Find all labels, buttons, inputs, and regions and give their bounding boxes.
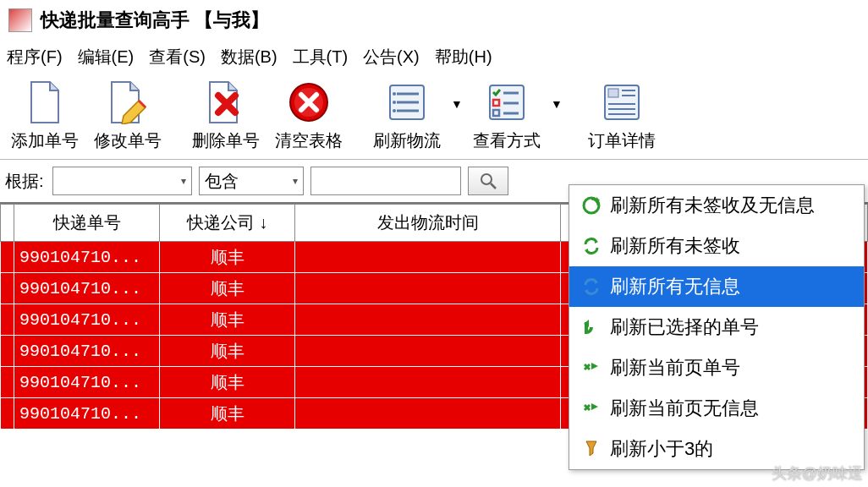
dropdown-item[interactable]: 刷新当前页单号 [569, 347, 864, 388]
watermark: 头条@奶味逗 [772, 463, 863, 484]
refresh-variant-icon [581, 398, 610, 419]
clear-button[interactable]: 清空表格 [267, 79, 350, 152]
cell-gutter [1, 367, 14, 398]
refresh-variant-icon [581, 317, 610, 337]
delete-button[interactable]: 删除单号 [184, 79, 267, 152]
menu-edit[interactable]: 编辑(E) [78, 46, 135, 68]
cell-company: 顺丰 [160, 273, 295, 304]
cell-tracking-no: 990104710... [14, 242, 160, 273]
edit-label: 修改单号 [94, 129, 162, 152]
cell-tracking-no: 990104710... [14, 336, 160, 367]
dropdown-item-label: 刷新所有无信息 [610, 274, 740, 299]
dropdown-item[interactable]: 刷新当前页无信息 [569, 388, 864, 429]
checklist-icon [483, 79, 530, 126]
svg-point-6 [393, 92, 396, 96]
menu-data[interactable]: 数据(B) [221, 46, 277, 68]
svg-rect-16 [608, 89, 618, 97]
cell-company: 顺丰 [160, 242, 295, 273]
col-ship-time[interactable]: 发出物流时间 [295, 205, 561, 242]
dropdown-item-label: 刷新所有未签收及无信息 [610, 193, 815, 218]
cell-ship-time [295, 242, 561, 273]
refresh-variant-icon [581, 195, 610, 216]
refresh-variant-icon [581, 439, 610, 459]
cell-ship-time [295, 304, 561, 336]
cell-tracking-no: 990104710... [14, 398, 160, 430]
menu-bar: 程序(F) 编辑(E) 查看(S) 数据(B) 工具(T) 公告(X) 帮助(H… [0, 41, 868, 74]
cell-tracking-no: 990104710... [14, 273, 160, 304]
svg-line-23 [491, 183, 496, 189]
dropdown-item[interactable]: 刷新所有无信息 [569, 266, 864, 307]
cell-ship-time [295, 336, 561, 367]
file-pencil-icon [104, 79, 151, 126]
cell-gutter [1, 398, 14, 430]
svg-point-8 [393, 109, 396, 112]
cell-gutter [1, 304, 14, 336]
dropdown-item[interactable]: 刷新所有未签收及无信息 [569, 185, 864, 226]
detail-button[interactable]: 订单详情 [580, 79, 663, 152]
menu-view[interactable]: 查看(S) [149, 46, 206, 68]
edit-button[interactable]: 修改单号 [86, 79, 169, 152]
filter-field-combo[interactable]: ▾ [52, 167, 192, 195]
cell-gutter [1, 336, 14, 367]
dropdown-item[interactable]: 刷新所有未签收 [569, 226, 864, 266]
detail-icon [598, 79, 646, 126]
detail-label: 订单详情 [588, 129, 656, 152]
cell-company: 顺丰 [160, 336, 295, 367]
file-icon [21, 79, 69, 126]
cell-ship-time [295, 398, 561, 430]
app-icon [8, 8, 32, 32]
dropdown-item-label: 刷新小于3的 [610, 436, 713, 462]
dropdown-item-label: 刷新所有未签收 [610, 233, 740, 259]
menu-tools[interactable]: 工具(T) [293, 46, 349, 68]
error-circle-icon [285, 79, 332, 126]
refresh-label: 刷新物流 [373, 129, 441, 152]
menu-notice[interactable]: 公告(X) [363, 46, 420, 68]
col-tracking-no[interactable]: 快递单号 [14, 205, 160, 242]
cell-tracking-no: 990104710... [14, 304, 160, 336]
col-gutter[interactable] [1, 205, 14, 242]
menu-program[interactable]: 程序(F) [7, 46, 63, 68]
title-bar: 快递批量查询高手 【与我】 [0, 0, 868, 41]
chevron-down-icon: ▾ [181, 175, 186, 187]
refresh-variant-icon [581, 236, 610, 256]
cell-ship-time [295, 367, 561, 398]
list-icon [383, 79, 431, 126]
refresh-dropdown-menu: 刷新所有未签收及无信息刷新所有未签收刷新所有无信息刷新已选择的单号刷新当前页单号… [569, 184, 865, 470]
viewmode-label: 查看方式 [473, 129, 541, 152]
cell-gutter [1, 242, 14, 273]
refresh-dropdown-arrow[interactable]: ▼ [448, 79, 465, 111]
refresh-variant-icon [581, 358, 610, 378]
file-x-icon [202, 79, 250, 126]
add-button[interactable]: 添加单号 [3, 79, 86, 152]
cell-ship-time [295, 273, 561, 304]
cell-tracking-no: 990104710... [14, 367, 160, 398]
menu-help[interactable]: 帮助(H) [435, 46, 492, 68]
viewmode-dropdown-arrow[interactable]: ▼ [548, 79, 565, 111]
delete-label: 删除单号 [192, 129, 260, 152]
window-title: 快递批量查询高手 【与我】 [41, 8, 269, 33]
cell-company: 顺丰 [160, 367, 295, 398]
toolbar: 添加单号 修改单号 删除单号 清空表格 刷新物流 ▼ 查看方式 ▼ [0, 74, 868, 160]
svg-point-22 [481, 174, 492, 184]
dropdown-item-label: 刷新已选择的单号 [610, 315, 759, 340]
refresh-button[interactable]: 刷新物流 [365, 79, 448, 152]
cell-gutter [1, 273, 14, 304]
svg-point-7 [393, 101, 396, 104]
cell-company: 顺丰 [160, 304, 295, 336]
cell-company: 顺丰 [160, 398, 295, 430]
dropdown-item-label: 刷新当前页单号 [610, 355, 740, 380]
col-company[interactable]: 快递公司 ↓ [160, 205, 295, 242]
filter-op-combo[interactable]: 包含 ▾ [199, 167, 304, 195]
chevron-down-icon: ▾ [293, 175, 298, 187]
dropdown-item-label: 刷新当前页无信息 [610, 396, 759, 421]
dropdown-item[interactable]: 刷新已选择的单号 [569, 307, 864, 347]
clear-label: 清空表格 [275, 129, 343, 152]
filter-label: 根据: [5, 170, 46, 193]
viewmode-button[interactable]: 查看方式 [465, 79, 548, 152]
search-icon [480, 172, 497, 189]
add-label: 添加单号 [11, 129, 79, 152]
filter-op-value: 包含 [205, 170, 239, 193]
refresh-variant-icon [581, 276, 610, 297]
search-button[interactable] [468, 167, 508, 195]
filter-text-input[interactable] [310, 167, 461, 195]
